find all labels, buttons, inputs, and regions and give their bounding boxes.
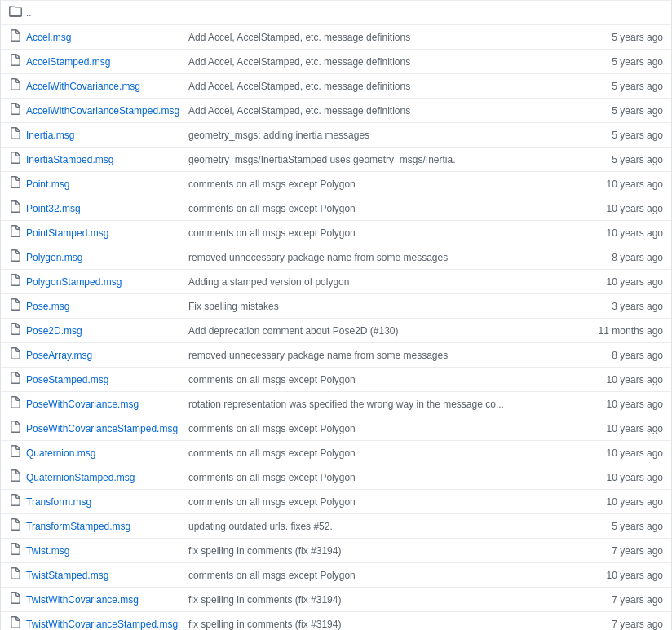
file-name-cell: Twist.msg xyxy=(9,543,188,558)
file-name-link[interactable]: Inertia.msg xyxy=(26,130,74,141)
table-row: AccelWithCovariance.msg Add Accel, Accel… xyxy=(1,73,671,98)
file-message-cell: comments on all msgs except Polygon xyxy=(188,227,581,239)
file-name-link[interactable]: QuaternionStamped.msg xyxy=(26,472,135,483)
file-name-link[interactable]: PoseWithCovariance.msg xyxy=(26,399,139,410)
table-row: Pose.msg Fix spelling mistakes 3 years a… xyxy=(1,293,671,318)
file-name-cell: PointStamped.msg xyxy=(9,225,188,240)
file-icon xyxy=(9,518,22,534)
file-name-link[interactable]: Quaternion.msg xyxy=(26,447,95,459)
file-time-cell: 10 years ago xyxy=(581,227,663,239)
file-name-link[interactable]: TwistWithCovariance.msg xyxy=(26,594,139,606)
file-name-link[interactable]: TransformStamped.msg xyxy=(26,521,130,532)
file-message-cell: Add Accel, AccelStamped, etc. message de… xyxy=(188,81,581,92)
file-name-link[interactable]: Accel.msg xyxy=(26,32,71,43)
file-icon xyxy=(9,445,22,460)
table-row: InertiaStamped.msg geometry_msgs/Inertia… xyxy=(1,147,671,171)
file-name-cell: Polygon.msg xyxy=(9,249,188,265)
file-message-cell: removed unnecessary package name from so… xyxy=(188,252,581,263)
file-time-cell: 5 years ago xyxy=(581,154,663,165)
table-row: Quaternion.msg comments on all msgs exce… xyxy=(1,440,671,465)
file-icon xyxy=(9,396,22,412)
file-name-link[interactable]: AccelStamped.msg xyxy=(26,56,110,68)
file-name-link[interactable]: TwistStamped.msg xyxy=(26,570,108,581)
file-name-link[interactable]: Pose.msg xyxy=(26,301,69,312)
file-time-cell: 10 years ago xyxy=(581,570,663,581)
file-message-cell: fix spelling in comments (fix #3194) xyxy=(188,594,581,606)
file-name-link[interactable]: Polygon.msg xyxy=(26,252,82,263)
file-icon xyxy=(9,567,22,583)
file-name-link[interactable]: TwistWithCovarianceStamped.msg xyxy=(26,619,178,630)
file-name-link[interactable]: AccelWithCovariance.msg xyxy=(26,81,140,92)
file-icon xyxy=(9,616,22,630)
file-message-cell: Add deprecation comment about Pose2D (#1… xyxy=(188,325,581,337)
file-name-link[interactable]: AccelWithCovarianceStamped.msg xyxy=(26,105,179,117)
file-time-cell: 10 years ago xyxy=(581,178,663,190)
table-row: PoseArray.msg removed unnecessary packag… xyxy=(1,342,671,367)
file-name-cell: Pose2D.msg xyxy=(9,323,188,338)
file-message-cell: comments on all msgs except Polygon xyxy=(188,472,581,483)
file-name-link[interactable]: Pose2D.msg xyxy=(26,325,82,337)
file-name-cell: TwistWithCovariance.msg xyxy=(9,592,188,607)
file-time-cell: 11 months ago xyxy=(581,325,663,337)
table-row: TransformStamped.msg updating outdated u… xyxy=(1,513,671,538)
file-name-cell: TransformStamped.msg xyxy=(9,518,188,534)
file-name-link[interactable]: PolygonStamped.msg xyxy=(26,276,122,288)
file-name-cell: PoseStamped.msg xyxy=(9,372,188,387)
file-name-cell: PoseArray.msg xyxy=(9,347,188,363)
file-icon xyxy=(9,200,22,216)
file-message-cell: Add Accel, AccelStamped, etc. message de… xyxy=(188,56,581,68)
file-name-link[interactable]: PointStamped.msg xyxy=(26,227,108,239)
file-message-cell: comments on all msgs except Polygon xyxy=(188,570,581,581)
parent-dir-row[interactable]: .. xyxy=(1,0,671,24)
file-time-cell: 10 years ago xyxy=(581,203,663,214)
file-name-link[interactable]: PoseStamped.msg xyxy=(26,374,108,385)
file-message-cell: Adding a stamped version of polygon xyxy=(188,276,581,288)
table-row: TwistStamped.msg comments on all msgs ex… xyxy=(1,562,671,587)
file-message-cell: Fix spelling mistakes xyxy=(188,301,581,312)
file-message-cell: comments on all msgs except Polygon xyxy=(188,374,581,385)
file-name-link[interactable]: InertiaStamped.msg xyxy=(26,154,113,165)
file-name-cell: TwistStamped.msg xyxy=(9,567,188,583)
file-time-cell: 10 years ago xyxy=(581,447,663,459)
file-icon xyxy=(9,421,22,436)
file-name-link[interactable]: Point.msg xyxy=(26,178,69,190)
file-icon xyxy=(9,152,22,167)
file-name-cell: TwistWithCovarianceStamped.msg xyxy=(9,616,188,630)
table-row: TwistWithCovariance.msg fix spelling in … xyxy=(1,587,671,611)
file-list: .. Accel.msg Add Accel, AccelStamped, et… xyxy=(0,0,672,630)
file-time-cell: 5 years ago xyxy=(581,32,663,43)
file-icon xyxy=(9,494,22,509)
file-name-link[interactable]: Twist.msg xyxy=(26,545,69,557)
file-icon xyxy=(9,347,22,363)
table-row: PoseWithCovariance.msg rotation represen… xyxy=(1,391,671,416)
file-name-link[interactable]: PoseArray.msg xyxy=(26,350,92,361)
file-icon xyxy=(9,176,22,192)
file-message-cell: updating outdated urls. fixes #52. xyxy=(188,521,581,532)
table-row: Twist.msg fix spelling in comments (fix … xyxy=(1,538,671,562)
file-icon xyxy=(9,78,22,94)
file-icon xyxy=(9,592,22,607)
file-name-link[interactable]: Point32.msg xyxy=(26,203,81,214)
file-time-cell: 10 years ago xyxy=(581,496,663,508)
file-time-cell: 10 years ago xyxy=(581,423,663,434)
file-message-cell: removed unnecessary package name from so… xyxy=(188,350,581,361)
file-time-cell: 5 years ago xyxy=(581,105,663,117)
file-name-link[interactable]: Transform.msg xyxy=(26,496,91,508)
file-time-cell: 5 years ago xyxy=(581,521,663,532)
file-time-cell: 10 years ago xyxy=(581,399,663,410)
file-time-cell: 7 years ago xyxy=(581,545,663,557)
table-row: Transform.msg comments on all msgs excep… xyxy=(1,489,671,513)
table-row: Point32.msg comments on all msgs except … xyxy=(1,196,671,220)
file-name-cell: QuaternionStamped.msg xyxy=(9,469,188,485)
file-name-link[interactable]: PoseWithCovarianceStamped.msg xyxy=(26,423,178,434)
file-name-cell: Point.msg xyxy=(9,176,188,192)
file-name-cell: PoseWithCovarianceStamped.msg xyxy=(9,421,188,436)
file-message-cell: comments on all msgs except Polygon xyxy=(188,178,581,190)
file-icon xyxy=(9,543,22,558)
parent-dir-link[interactable]: .. xyxy=(26,7,32,19)
file-time-cell: 7 years ago xyxy=(581,594,663,606)
table-row: Inertia.msg geometry_msgs: adding inerti… xyxy=(1,122,671,147)
table-row: Polygon.msg removed unnecessary package … xyxy=(1,245,671,269)
file-icon xyxy=(9,249,22,265)
file-name-cell: AccelWithCovarianceStamped.msg xyxy=(9,103,188,118)
